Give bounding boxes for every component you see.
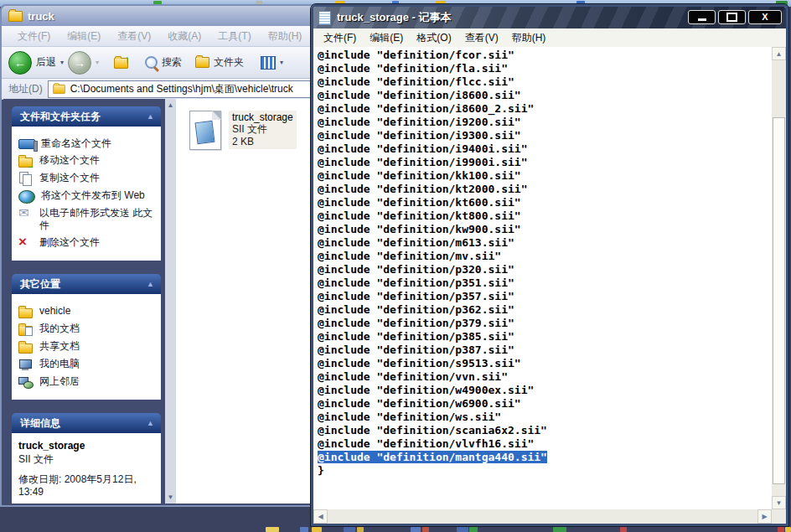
notepad-titlebar[interactable]: truck_storage - 记事本 X (313, 7, 786, 28)
text-line[interactable]: @include "definition/i9900i.sii" (318, 156, 772, 169)
other-places-header[interactable]: 其它位置 ▲ (12, 274, 161, 294)
menu-item[interactable]: 查看(V) (110, 27, 158, 46)
vertical-scroll-thumb[interactable] (773, 117, 785, 484)
file-tasks-header[interactable]: 文件和文件夹任务 ▲ (12, 106, 161, 127)
text-line[interactable]: @include "definition/w6900.sii" (318, 397, 772, 411)
notepad-horizontal-scrollbar[interactable]: ◀ ▶ (313, 509, 772, 524)
menu-item[interactable]: 文件(F) (317, 28, 363, 48)
menu-item[interactable]: 帮助(H) (261, 27, 310, 46)
address-path: C:\Documents and Settings\hjm\桌面\vehicle… (70, 82, 293, 96)
task-item[interactable]: 我的文档 (18, 323, 156, 336)
text-line[interactable]: @include "definition/kt800.sii" (318, 209, 772, 223)
text-line[interactable]: @include "definition/i8600.sii" (318, 89, 772, 102)
task-item-label: 复制这个文件 (39, 172, 100, 184)
forward-dropdown-icon[interactable]: ▾ (96, 59, 99, 66)
text-line[interactable]: @include "definition/mantga440.sii" (318, 451, 772, 464)
scroll-down-icon[interactable]: ▼ (772, 496, 786, 509)
menu-item[interactable]: 格式(O) (410, 28, 458, 48)
sidebar-scrollbar[interactable]: ▲ ▼ (165, 99, 176, 504)
collapse-chevron-icon[interactable]: ▲ (147, 419, 154, 427)
menu-item[interactable]: 工具(T) (210, 27, 258, 46)
text-line[interactable]: @include "definition/w4900ex.sii" (318, 384, 772, 397)
text-line[interactable]: @include "definition/s9513.sii" (318, 357, 772, 370)
task-item[interactable]: ✉以电子邮件形式发送 此文件 (18, 207, 156, 232)
text-line[interactable]: @include "definition/p351.sii" (318, 276, 772, 290)
text-line[interactable]: @include "definition/p362.sii" (318, 303, 772, 317)
task-item[interactable]: 网上邻居 (18, 375, 156, 389)
task-item[interactable]: 复制这个文件 (18, 172, 156, 185)
scroll-right-icon[interactable]: ▶ (757, 509, 772, 524)
minimize-button[interactable] (688, 10, 716, 24)
task-item[interactable]: 将这个文件发布到 Web (18, 189, 156, 203)
views-dropdown-icon[interactable]: ▾ (280, 59, 283, 66)
scroll-up-icon[interactable]: ▲ (168, 99, 174, 111)
scroll-down-icon[interactable]: ▼ (168, 491, 174, 504)
text-line[interactable]: @include "definition/i9300.sii" (318, 129, 772, 142)
text-line[interactable]: @include "definition/flcc.sii" (318, 75, 772, 89)
text-line[interactable]: @include "definition/ws.sii" (318, 411, 772, 424)
file-tile-truck-storage[interactable]: truck_storage SII 文件 2 KB (176, 99, 319, 150)
views-icon[interactable] (261, 56, 276, 70)
text-line[interactable]: @include "definition/scania6x2.sii" (318, 424, 772, 437)
search-label[interactable]: 搜索 (162, 55, 182, 70)
notepad-vertical-scrollbar[interactable]: ▲ ▼ (772, 47, 786, 509)
task-item[interactable]: ×删除这个文件 (18, 236, 156, 250)
text-line[interactable]: @include "definition/vvn.sii" (318, 370, 772, 384)
notepad-text[interactable]: @include "definition/fcor.sii"@include "… (313, 47, 772, 509)
back-dropdown-icon[interactable]: ▾ (60, 59, 64, 66)
menu-item[interactable]: 编辑(E) (363, 28, 410, 48)
text-line[interactable]: @include "definition/p379.sii" (318, 317, 772, 330)
text-line[interactable]: @include "definition/kt2000.sii" (318, 183, 772, 196)
text-line[interactable]: @include "definition/i8600_2.sii" (318, 102, 772, 116)
maximize-button[interactable] (718, 10, 746, 24)
text-line[interactable]: } (318, 464, 772, 478)
collapse-chevron-icon[interactable]: ▲ (147, 280, 154, 288)
text-line[interactable]: @include "definition/p357.sii" (318, 290, 772, 303)
menu-item[interactable]: 编辑(E) (59, 27, 108, 46)
text-line[interactable]: @include "definition/i9200.sii" (318, 116, 772, 129)
menu-item[interactable]: 帮助(H) (505, 28, 553, 48)
menu-item[interactable]: 收藏(A) (160, 27, 209, 46)
my-computer-icon (18, 358, 34, 371)
task-item-label: 重命名这个文件 (41, 137, 111, 150)
text-line[interactable]: @include "definition/p320.sii" (318, 263, 772, 276)
notepad-client: @include "definition/fcor.sii"@include "… (313, 47, 786, 524)
up-button[interactable]: ↑ (114, 58, 128, 69)
text-line[interactable]: @include "definition/fla.sii" (318, 62, 772, 75)
task-item[interactable]: 共享文档 (18, 340, 156, 354)
folders-icon[interactable] (195, 57, 209, 68)
back-button[interactable]: ← (8, 51, 32, 75)
collapse-chevron-icon[interactable]: ▲ (147, 112, 154, 121)
explorer-titlebar[interactable]: truck (2, 6, 321, 26)
task-item[interactable]: vehicle (18, 305, 156, 318)
details-panel: 详细信息 ▲ truck_storage SII 文件 修改日期: 2008年5… (12, 413, 161, 504)
text-line[interactable]: @include "definition/m613.sii" (318, 236, 772, 250)
task-item[interactable]: →移动这个文件 (18, 154, 156, 168)
text-line[interactable]: @include "definition/i9400i.sii" (318, 142, 772, 156)
menu-item[interactable]: 查看(V) (458, 28, 505, 48)
file-list[interactable]: truck_storage SII 文件 2 KB (176, 99, 319, 504)
task-item[interactable]: 我的电脑 (18, 358, 156, 371)
task-item[interactable]: 重命名这个文件 (18, 137, 156, 150)
close-button[interactable]: X (748, 10, 782, 24)
text-line[interactable]: @include "definition/p385.sii" (318, 330, 772, 343)
search-icon[interactable] (145, 56, 158, 69)
scroll-up-icon[interactable]: ▲ (772, 47, 786, 60)
text-line[interactable]: @include "definition/kt600.sii" (318, 196, 772, 209)
forward-button[interactable]: → (68, 51, 91, 75)
text-line[interactable]: @include "definition/fcor.sii" (318, 49, 772, 62)
text-line[interactable]: @include "definition/kw900.sii" (318, 223, 772, 236)
task-item-label: 删除这个文件 (39, 236, 100, 249)
address-input[interactable]: C:\Documents and Settings\hjm\桌面\vehicle… (48, 80, 318, 98)
details-header[interactable]: 详细信息 ▲ (12, 413, 161, 433)
back-label[interactable]: 后退 (36, 55, 56, 70)
text-line[interactable]: @include "definition/vlvfh16.sii" (318, 437, 772, 451)
folders-label[interactable]: 文件夹 (214, 55, 244, 70)
up-arrow-icon: ↑ (125, 53, 131, 65)
text-line[interactable]: @include "definition/kk100.sii" (318, 169, 772, 183)
text-line[interactable]: @include "definition/p387.sii" (318, 343, 772, 357)
text-line[interactable]: @include "definition/mv.sii" (318, 250, 772, 263)
notepad-menubar: 文件(F)编辑(E)格式(O)查看(V)帮助(H) (313, 28, 786, 48)
menu-item[interactable]: 文件(F) (10, 27, 58, 46)
scroll-left-icon[interactable]: ◀ (313, 509, 328, 524)
